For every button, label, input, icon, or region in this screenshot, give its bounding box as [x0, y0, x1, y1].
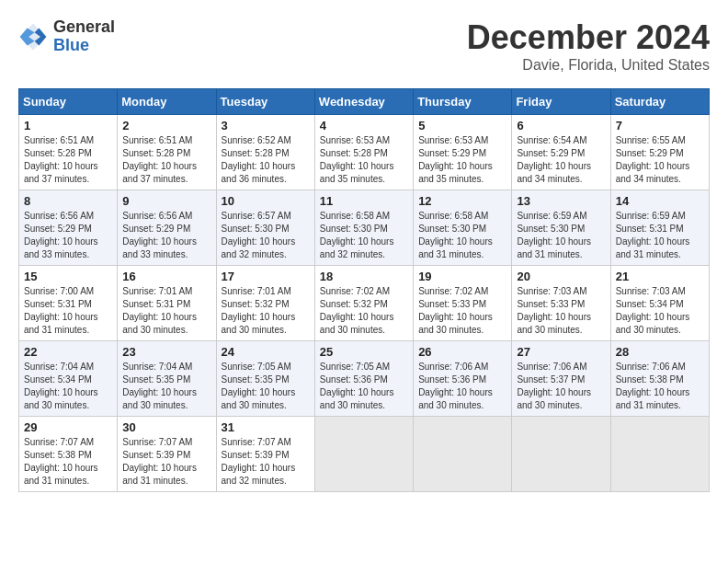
day-number: 26	[418, 345, 506, 359]
day-number: 25	[320, 345, 408, 359]
day-number: 23	[122, 345, 210, 359]
day-info: Sunrise: 6:56 AM Sunset: 5:29 PM Dayligh…	[122, 210, 210, 261]
table-row: 2 Sunrise: 6:51 AM Sunset: 5:28 PM Dayli…	[118, 115, 216, 190]
table-row: 29 Sunrise: 7:07 AM Sunset: 5:38 PM Dayl…	[19, 417, 118, 492]
day-number: 18	[320, 270, 408, 283]
day-info: Sunrise: 7:07 AM Sunset: 5:38 PM Dayligh…	[24, 436, 112, 488]
table-row: 31 Sunrise: 7:07 AM Sunset: 5:39 PM Dayl…	[216, 417, 314, 492]
day-info: Sunrise: 7:01 AM Sunset: 5:31 PM Dayligh…	[122, 285, 210, 337]
table-row: 11 Sunrise: 6:58 AM Sunset: 5:30 PM Dayl…	[314, 190, 413, 266]
col-wednesday: Wednesday	[314, 89, 413, 115]
day-info: Sunrise: 7:05 AM Sunset: 5:35 PM Dayligh…	[222, 361, 310, 412]
day-info: Sunrise: 6:51 AM Sunset: 5:28 PM Dayligh…	[122, 134, 210, 186]
day-number: 19	[418, 270, 506, 283]
table-row: 30 Sunrise: 7:07 AM Sunset: 5:39 PM Dayl…	[118, 417, 216, 492]
logo-text: General Blue	[53, 18, 115, 55]
calendar-table: Sunday Monday Tuesday Wednesday Thursday…	[18, 88, 710, 492]
calendar-week-row: 1 Sunrise: 6:51 AM Sunset: 5:28 PM Dayli…	[19, 115, 710, 190]
table-row: 13 Sunrise: 6:59 AM Sunset: 5:30 PM Dayl…	[512, 190, 610, 266]
table-row: 10 Sunrise: 6:57 AM Sunset: 5:30 PM Dayl…	[216, 190, 314, 266]
calendar-week-row: 29 Sunrise: 7:07 AM Sunset: 5:38 PM Dayl…	[19, 417, 710, 492]
logo-icon	[18, 22, 48, 52]
table-row: 6 Sunrise: 6:54 AM Sunset: 5:29 PM Dayli…	[512, 115, 610, 190]
day-number: 16	[122, 270, 210, 283]
day-info: Sunrise: 6:53 AM Sunset: 5:29 PM Dayligh…	[418, 134, 506, 186]
table-row: 28 Sunrise: 7:06 AM Sunset: 5:38 PM Dayl…	[610, 341, 709, 417]
table-row: 16 Sunrise: 7:01 AM Sunset: 5:31 PM Dayl…	[118, 266, 216, 341]
day-info: Sunrise: 7:02 AM Sunset: 5:32 PM Dayligh…	[320, 285, 408, 337]
location-title: Davie, Florida, United States	[467, 57, 710, 74]
table-row: 27 Sunrise: 7:06 AM Sunset: 5:37 PM Dayl…	[512, 341, 610, 417]
day-number: 27	[517, 345, 605, 359]
day-info: Sunrise: 6:58 AM Sunset: 5:30 PM Dayligh…	[320, 210, 408, 261]
day-info: Sunrise: 7:04 AM Sunset: 5:35 PM Dayligh…	[122, 361, 210, 412]
calendar-week-row: 8 Sunrise: 6:56 AM Sunset: 5:29 PM Dayli…	[19, 190, 710, 266]
day-number: 5	[418, 119, 506, 132]
day-info: Sunrise: 6:54 AM Sunset: 5:29 PM Dayligh…	[517, 134, 605, 186]
logo: General Blue	[18, 18, 115, 55]
day-number: 7	[616, 119, 704, 132]
table-row: 9 Sunrise: 6:56 AM Sunset: 5:29 PM Dayli…	[118, 190, 216, 266]
table-row: 19 Sunrise: 7:02 AM Sunset: 5:33 PM Dayl…	[414, 266, 512, 341]
col-friday: Friday	[512, 89, 610, 115]
day-info: Sunrise: 6:51 AM Sunset: 5:28 PM Dayligh…	[24, 134, 112, 186]
table-row: 17 Sunrise: 7:01 AM Sunset: 5:32 PM Dayl…	[216, 266, 314, 341]
table-row: 14 Sunrise: 6:59 AM Sunset: 5:31 PM Dayl…	[610, 190, 709, 266]
col-tuesday: Tuesday	[216, 89, 314, 115]
table-row	[610, 417, 709, 492]
day-number: 22	[24, 345, 112, 359]
col-thursday: Thursday	[414, 89, 512, 115]
day-info: Sunrise: 6:59 AM Sunset: 5:30 PM Dayligh…	[517, 210, 605, 261]
day-info: Sunrise: 6:57 AM Sunset: 5:30 PM Dayligh…	[222, 210, 310, 261]
day-info: Sunrise: 6:58 AM Sunset: 5:30 PM Dayligh…	[418, 210, 506, 261]
calendar-week-row: 15 Sunrise: 7:00 AM Sunset: 5:31 PM Dayl…	[19, 266, 710, 341]
table-row: 23 Sunrise: 7:04 AM Sunset: 5:35 PM Dayl…	[118, 341, 216, 417]
col-monday: Monday	[118, 89, 216, 115]
day-number: 1	[24, 119, 112, 132]
day-info: Sunrise: 6:59 AM Sunset: 5:31 PM Dayligh…	[616, 210, 704, 261]
day-number: 11	[320, 194, 408, 208]
calendar-header-row: Sunday Monday Tuesday Wednesday Thursday…	[19, 89, 710, 115]
table-row: 25 Sunrise: 7:05 AM Sunset: 5:36 PM Dayl…	[314, 341, 413, 417]
col-sunday: Sunday	[19, 89, 118, 115]
calendar-week-row: 22 Sunrise: 7:04 AM Sunset: 5:34 PM Dayl…	[19, 341, 710, 417]
day-info: Sunrise: 7:03 AM Sunset: 5:34 PM Dayligh…	[616, 285, 704, 337]
month-title: December 2024	[467, 18, 710, 57]
day-number: 14	[616, 194, 704, 208]
day-number: 4	[320, 119, 408, 132]
day-number: 31	[222, 420, 310, 434]
day-info: Sunrise: 7:04 AM Sunset: 5:34 PM Dayligh…	[24, 361, 112, 412]
logo-line2: Blue	[53, 37, 115, 55]
table-row	[512, 417, 610, 492]
day-number: 2	[122, 119, 210, 132]
day-number: 17	[222, 270, 310, 283]
table-row: 3 Sunrise: 6:52 AM Sunset: 5:28 PM Dayli…	[216, 115, 314, 190]
day-number: 24	[222, 345, 310, 359]
day-number: 20	[517, 270, 605, 283]
day-number: 9	[122, 194, 210, 208]
table-row: 20 Sunrise: 7:03 AM Sunset: 5:33 PM Dayl…	[512, 266, 610, 341]
table-row	[314, 417, 413, 492]
table-row: 5 Sunrise: 6:53 AM Sunset: 5:29 PM Dayli…	[414, 115, 512, 190]
day-info: Sunrise: 7:00 AM Sunset: 5:31 PM Dayligh…	[24, 285, 112, 337]
day-number: 8	[24, 194, 112, 208]
day-info: Sunrise: 7:07 AM Sunset: 5:39 PM Dayligh…	[122, 436, 210, 488]
page-header: General Blue December 2024 Davie, Florid…	[18, 18, 710, 74]
day-number: 12	[418, 194, 506, 208]
table-row: 7 Sunrise: 6:55 AM Sunset: 5:29 PM Dayli…	[610, 115, 709, 190]
day-info: Sunrise: 6:56 AM Sunset: 5:29 PM Dayligh…	[24, 210, 112, 261]
day-info: Sunrise: 7:05 AM Sunset: 5:36 PM Dayligh…	[320, 361, 408, 412]
table-row: 22 Sunrise: 7:04 AM Sunset: 5:34 PM Dayl…	[19, 341, 118, 417]
table-row: 21 Sunrise: 7:03 AM Sunset: 5:34 PM Dayl…	[610, 266, 709, 341]
day-info: Sunrise: 7:03 AM Sunset: 5:33 PM Dayligh…	[517, 285, 605, 337]
day-number: 10	[222, 194, 310, 208]
table-row: 24 Sunrise: 7:05 AM Sunset: 5:35 PM Dayl…	[216, 341, 314, 417]
day-info: Sunrise: 6:55 AM Sunset: 5:29 PM Dayligh…	[616, 134, 704, 186]
table-row: 8 Sunrise: 6:56 AM Sunset: 5:29 PM Dayli…	[19, 190, 118, 266]
day-info: Sunrise: 7:07 AM Sunset: 5:39 PM Dayligh…	[222, 436, 310, 488]
table-row: 18 Sunrise: 7:02 AM Sunset: 5:32 PM Dayl…	[314, 266, 413, 341]
day-number: 3	[222, 119, 310, 132]
day-info: Sunrise: 7:01 AM Sunset: 5:32 PM Dayligh…	[222, 285, 310, 337]
day-number: 15	[24, 270, 112, 283]
table-row: 4 Sunrise: 6:53 AM Sunset: 5:28 PM Dayli…	[314, 115, 413, 190]
